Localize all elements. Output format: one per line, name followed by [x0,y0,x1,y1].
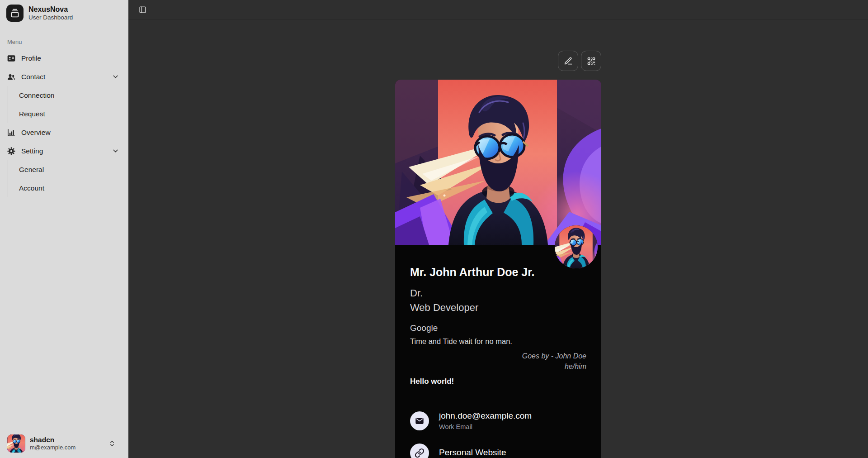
contact-subgroup: Connection Request [8,86,128,123]
sidebar-toggle-button[interactable] [136,3,149,17]
sidebar-item-label: Profile [21,54,41,62]
gear-icon [7,147,16,156]
sidebar-item-overview[interactable]: Overview [0,123,128,142]
brand[interactable]: NexusNova User Dashboard [0,0,128,26]
sidebar-item-request[interactable]: Request [8,105,128,123]
top-bar [128,0,868,20]
brand-text: NexusNova User Dashboard [28,5,73,21]
sidebar-item-setting[interactable]: Setting [0,142,128,160]
contact-row-website[interactable]: Personal Website [410,444,586,458]
edit-profile-button[interactable] [558,51,578,71]
user-name: shadcn [30,436,75,444]
sidebar-item-account[interactable]: Account [8,179,128,197]
qr-code-icon [587,57,596,66]
mail-icon [410,411,429,430]
sidebar-item-label: Setting [21,147,43,155]
contact-text: john.doe@example.com Work Email [439,410,532,431]
sidebar-item-label: Account [19,184,44,192]
chevrons-up-down-icon [108,440,116,447]
card-toolbar [395,51,601,71]
brand-subtitle: User Dashboard [28,14,73,21]
id-card-icon [7,54,16,63]
profile-card-body: Mr. John Arthur Doe Jr. Dr. Web Develope… [395,245,601,458]
profile-role: Web Developer [410,301,586,315]
profile-greeting: Hello world! [410,376,586,387]
profile-aside: Goes by - John Doe he/him [410,351,586,372]
sidebar-item-general[interactable]: General [8,160,128,179]
profile-titles: Dr. Web Developer [410,286,586,315]
sidebar: NexusNova User Dashboard Menu Profile Co… [0,0,128,458]
contact-list: john.doe@example.com Work Email Personal… [410,410,586,458]
contact-value: Personal Website [439,447,506,458]
chevron-down-icon [112,147,119,155]
app-root: NexusNova User Dashboard Menu Profile Co… [0,0,868,458]
sidebar-section-label: Menu [7,38,128,45]
user-menu-button[interactable]: shadcn m@example.com [5,433,123,454]
sidebar-item-label: General [19,166,44,174]
setting-subgroup: General Account [8,160,128,197]
profile-pronouns: he/him [410,361,586,372]
contact-label: Work Email [439,423,532,431]
sidebar-footer: shadcn m@example.com [0,429,128,458]
main-area: Mr. John Arthur Doe Jr. Dr. Web Develope… [128,0,868,458]
qr-code-button[interactable] [581,51,601,71]
chevron-down-icon [112,73,119,81]
pen-line-icon [564,57,573,66]
sidebar-item-label: Request [19,110,45,118]
profile-card: Mr. John Arthur Doe Jr. Dr. Web Develope… [395,80,601,458]
users-icon [7,72,16,81]
sidebar-item-profile[interactable]: Profile [0,49,128,67]
profile-motto: Time and Tide wait for no man. [410,336,586,347]
user-info: shadcn m@example.com [30,436,75,451]
contact-text: Personal Website [439,447,506,458]
user-avatar [7,434,25,453]
profile-name: Mr. John Arthur Doe Jr. [410,265,586,279]
contact-value: john.doe@example.com [439,410,532,421]
brand-logo-icon [6,5,24,22]
content-stage: Mr. John Arthur Doe Jr. Dr. Web Develope… [128,20,868,458]
bar-chart-icon [7,128,16,137]
brand-name: NexusNova [28,5,73,14]
profile-avatar [555,225,598,268]
profile-salutation: Dr. [410,286,586,301]
sidebar-item-label: Connection [19,91,54,100]
sidebar-item-label: Overview [21,129,51,137]
sidebar-item-label: Contact [21,73,45,81]
sidebar-item-connection[interactable]: Connection [8,86,128,105]
user-email: m@example.com [30,444,75,451]
link-icon [410,444,429,458]
profile-company: Google [410,322,586,334]
panel-left-icon [139,6,146,14]
contact-row-email[interactable]: john.doe@example.com Work Email [410,410,586,431]
profile-goes-by: Goes by - John Doe [410,351,586,361]
sidebar-nav: Profile Contact Connection Request [0,49,128,458]
profile-cover-image [395,80,601,245]
sidebar-item-contact[interactable]: Contact [0,67,128,86]
